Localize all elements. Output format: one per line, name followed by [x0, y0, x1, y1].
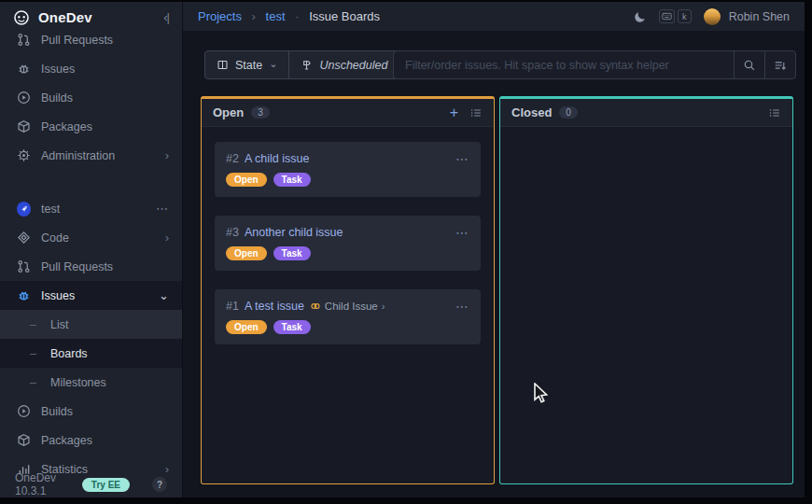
card-menu-icon[interactable]: ⋯: [455, 151, 469, 166]
column-body-open: #2 A child issue ⋯ Open Task #3 Another …: [202, 127, 494, 378]
sidebar-item-label: Milestones: [50, 376, 169, 389]
onedev-logo[interactable]: OneDev: [13, 9, 163, 26]
column-header-closed: Closed 0: [500, 99, 792, 127]
issue-title[interactable]: A child issue: [245, 152, 309, 165]
chevron-down-icon: ⌄: [269, 58, 277, 70]
sidebar-item-builds[interactable]: Builds: [0, 397, 182, 426]
sidebar-subitem-boards[interactable]: – Boards: [0, 339, 182, 368]
play-circle-icon: [17, 404, 31, 418]
shortcut-key-k: k: [678, 9, 692, 23]
state-dropdown-label: State: [235, 59, 262, 72]
chevron-right-icon: ›: [165, 231, 169, 245]
sidebar-item-pull-requests[interactable]: Pull Requests: [0, 33, 182, 54]
type-badge-task: Task: [273, 246, 311, 260]
sidebar-item-issues-admin[interactable]: Issues: [0, 54, 182, 83]
avatar[interactable]: [704, 8, 721, 25]
version-label: OneDev 10.3.1: [15, 471, 73, 497]
issue-number: #2: [226, 152, 239, 165]
sidebar-subitem-list[interactable]: – List: [0, 310, 182, 339]
sidebar-item-label: Issues: [41, 289, 159, 302]
sidebar-project-test[interactable]: test ⋯: [0, 194, 182, 223]
dash-icon: –: [26, 318, 40, 331]
dark-mode-moon-icon[interactable]: [634, 10, 647, 23]
card-menu-icon[interactable]: ⋯: [455, 299, 469, 314]
issue-card[interactable]: #3 Another child issue ⋯ Open Task: [215, 216, 481, 271]
chevron-down-icon: ⌄: [159, 288, 169, 302]
logo-text: OneDev: [38, 9, 92, 25]
project-menu-icon[interactable]: ⋯: [156, 202, 169, 216]
app-window: OneDev ‹| Pull Requests: [0, 2, 805, 497]
column-menu-icon[interactable]: [768, 106, 781, 119]
sidebar-item-label: Boards: [50, 347, 169, 360]
sidebar-item-builds-admin[interactable]: Builds: [0, 83, 182, 112]
breadcrumb-separator: ›: [252, 9, 256, 23]
play-circle-icon: [17, 91, 31, 105]
child-issue-link[interactable]: Child Issue ›: [310, 301, 385, 312]
issue-title[interactable]: A test issue: [245, 300, 304, 313]
column-count-badge: 3: [251, 106, 270, 119]
column-name: Closed: [511, 105, 552, 119]
type-badge-task: Task: [273, 320, 311, 334]
sidebar-item-pull-requests-project[interactable]: Pull Requests: [0, 252, 182, 281]
collapse-sidebar-icon[interactable]: ‹|: [163, 10, 169, 24]
user-name[interactable]: Robin Shen: [729, 10, 790, 23]
main-header: Projects › test · Issue Boards: [183, 2, 805, 31]
search-icon: [743, 59, 756, 72]
column-actions: +: [450, 105, 483, 120]
project-name: test: [41, 203, 156, 216]
board-columns-icon: [217, 59, 229, 71]
pull-request-icon: [17, 33, 31, 47]
sidebar-section-gap: [0, 170, 182, 194]
column-header-open: Open 3 +: [202, 99, 494, 127]
sidebar-item-administration[interactable]: Administration ›: [0, 141, 182, 170]
filter-bar: [393, 50, 796, 79]
sidebar-item-label: Code: [41, 231, 165, 245]
milestone-icon: [301, 59, 313, 71]
bug-icon: [17, 62, 31, 76]
chevron-right-icon: ›: [165, 148, 169, 162]
keyboard-icon: [659, 9, 675, 23]
column-body-closed: [500, 127, 792, 157]
type-badge-task: Task: [273, 173, 311, 187]
search-button[interactable]: [734, 51, 764, 78]
sidebar-item-label: Issues: [41, 63, 169, 76]
column-count-badge: 0: [559, 106, 578, 119]
issue-card[interactable]: #1 A test issue Child Issue › ⋯ Open: [215, 289, 481, 344]
add-card-button[interactable]: +: [450, 105, 458, 120]
card-menu-icon[interactable]: ⋯: [455, 225, 469, 240]
bar-chart-icon: [17, 462, 31, 475]
chevron-right-icon: ›: [165, 462, 169, 475]
sidebar-item-statistics[interactable]: Statistics ›: [0, 455, 182, 475]
column-actions: [768, 106, 781, 119]
issue-title[interactable]: Another child issue: [245, 226, 343, 239]
sidebar-item-code[interactable]: Code ›: [0, 223, 182, 252]
order-icon: [774, 59, 787, 72]
column-name: Open: [213, 105, 244, 119]
code-icon: [17, 231, 31, 245]
sidebar-item-packages-admin[interactable]: Packages: [0, 112, 182, 141]
sidebar-item-packages[interactable]: Packages: [0, 426, 182, 455]
breadcrumb-project-link[interactable]: test: [266, 9, 286, 23]
dash-icon: –: [26, 376, 40, 389]
column-menu-icon[interactable]: [469, 106, 483, 119]
sidebar-item-issues[interactable]: Issues ⌄: [0, 281, 182, 310]
sidebar-subitem-milestones[interactable]: – Milestones: [0, 368, 182, 397]
state-dropdown[interactable]: State ⌄: [205, 51, 288, 78]
sidebar-item-label: Pull Requests: [41, 34, 169, 47]
issue-number: #1: [226, 300, 239, 313]
dash-icon: –: [26, 347, 40, 360]
breadcrumb-projects-link[interactable]: Projects: [198, 9, 242, 23]
issue-card[interactable]: #2 A child issue ⋯ Open Task: [215, 142, 481, 197]
sidebar-item-label: Administration: [41, 149, 165, 162]
order-button[interactable]: [764, 51, 795, 78]
sidebar-item-label: Pull Requests: [41, 260, 169, 273]
try-ee-badge[interactable]: Try EE: [82, 478, 130, 492]
breadcrumb-dot-separator: ·: [295, 9, 299, 23]
sidebar-item-label: Builds: [41, 91, 169, 105]
header-right: k Robin Shen: [634, 8, 790, 25]
sidebar-item-label: Builds: [41, 405, 169, 418]
pull-request-icon: [17, 259, 31, 273]
filter-input[interactable]: [394, 51, 734, 78]
child-issue-link-label: Child Issue: [325, 301, 378, 312]
help-icon[interactable]: ?: [152, 477, 167, 492]
